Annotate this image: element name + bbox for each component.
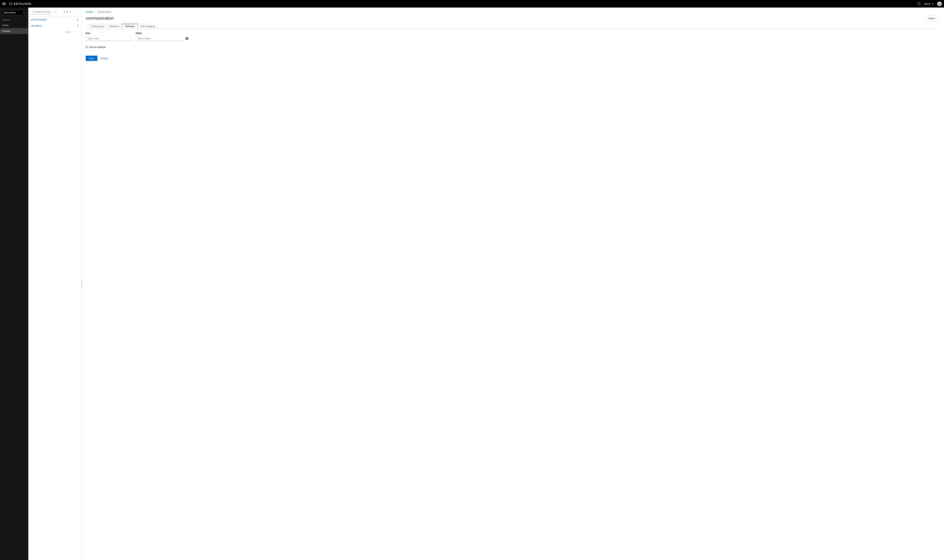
group-link-communication[interactable]: communication [31, 18, 47, 21]
page-range-label: 1 - 2 [63, 11, 68, 13]
plus-circle-icon: + [86, 46, 88, 48]
breadcrumb-root-link[interactable]: Groups [86, 11, 93, 13]
attribute-key-input[interactable] [86, 36, 133, 41]
brand: KEYCLOAK [9, 2, 32, 6]
sidebar: demo-demo Manage Users Groups [0, 8, 28, 560]
page-title: communication [86, 16, 114, 21]
attribute-row [86, 36, 940, 41]
svg-point-2 [939, 3, 940, 4]
revert-button[interactable]: Revert [101, 57, 108, 60]
groups-bottom-pager: 1 - 2 [28, 29, 82, 35]
group-row: communication [28, 17, 82, 23]
user-menu[interactable]: demo [924, 2, 933, 5]
menu-toggle-button[interactable] [2, 2, 6, 6]
group-row-actions[interactable] [76, 24, 79, 28]
groups-top-pager: 1 - 2 [63, 10, 80, 14]
keycloak-logo-icon [9, 2, 12, 6]
group-link-iam-admin[interactable]: iam-admin [31, 25, 42, 27]
groups-search[interactable] [30, 9, 51, 14]
realm-selector-value: demo-demo [4, 11, 16, 14]
pager-prev[interactable] [72, 30, 76, 34]
caret-down-icon [23, 12, 25, 13]
arrow-right-icon [54, 11, 56, 13]
brand-text: KEYCLOAK [14, 2, 32, 5]
minus-icon [186, 38, 188, 39]
breadcrumb-current: Group details [97, 11, 111, 13]
username-label: demo [924, 2, 930, 5]
pager-prev[interactable] [72, 10, 76, 14]
add-attribute-button[interactable]: + Add an attribute [86, 46, 940, 48]
action-menu-label: Action [928, 17, 935, 20]
attributes-form: Key Value + Add an attribute Save Rev [86, 29, 940, 61]
column-header-key: Key [86, 32, 133, 35]
remove-attribute-button[interactable] [185, 37, 188, 40]
breadcrumb: Groups Group details [86, 11, 940, 13]
main-content: Groups Group details communication Actio… [82, 8, 944, 560]
add-attribute-label: Add an attribute [89, 46, 106, 48]
tab-role-mapping[interactable]: Role mapping [137, 24, 158, 29]
tab-members[interactable]: Members [106, 24, 122, 29]
tabs: Child groups Members Attributes Role map… [86, 24, 940, 29]
sidebar-item-groups[interactable]: Groups [0, 28, 28, 34]
tab-child-groups[interactable]: Child groups [88, 24, 107, 29]
groups-search-submit[interactable] [52, 9, 57, 14]
group-row: iam-admin [28, 23, 82, 29]
save-button[interactable]: Save [86, 56, 97, 61]
groups-panel: 1 - 2 communication iam-admin 1 - 2 [28, 8, 82, 560]
attribute-value-input[interactable] [136, 36, 183, 41]
sidebar-section-label: Manage [0, 18, 28, 22]
svg-line-4 [33, 12, 34, 13]
tab-attributes[interactable]: Attributes [122, 24, 137, 29]
caret-down-icon [932, 3, 933, 5]
caret-down-icon[interactable] [69, 11, 71, 12]
help-icon[interactable]: ? [918, 2, 921, 5]
panel-resize-handle[interactable] [82, 280, 82, 288]
sidebar-item-users[interactable]: Users [0, 22, 28, 28]
column-header-value: Value [136, 32, 183, 35]
page-range-label: 1 - 2 [65, 31, 69, 33]
realm-selector[interactable]: demo-demo [2, 10, 26, 15]
pager-next[interactable] [76, 10, 80, 14]
svg-point-3 [32, 11, 33, 12]
chevron-right-icon [94, 11, 96, 13]
top-header: KEYCLOAK ? demo [0, 0, 944, 8]
avatar[interactable] [937, 2, 942, 6]
pager-next[interactable] [76, 30, 80, 34]
search-icon [32, 11, 34, 13]
group-row-actions[interactable] [76, 17, 79, 22]
action-menu[interactable]: Action [926, 15, 939, 21]
